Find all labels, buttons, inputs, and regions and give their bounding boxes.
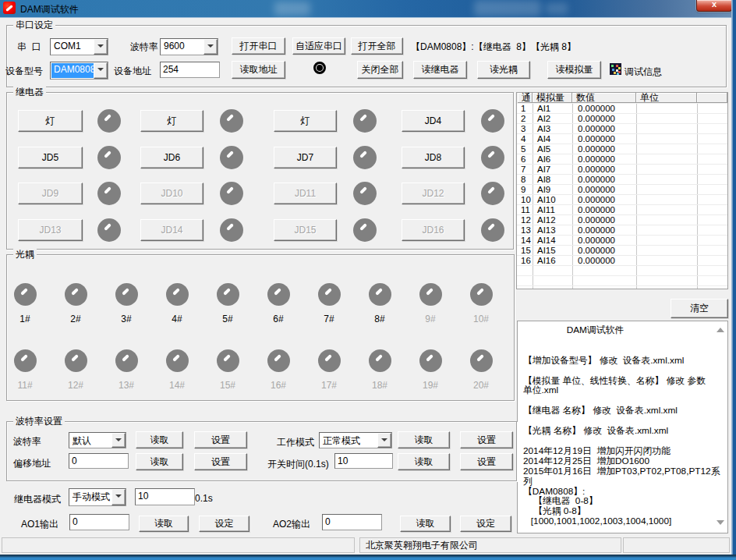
table-row[interactable]: 3 AI3 0.000000 (517, 124, 727, 134)
open-serial-button[interactable]: 打开串口 (232, 37, 285, 55)
table-row[interactable]: 6 AI6 0.000000 (517, 154, 727, 165)
table-row[interactable]: 14 AI14 0.000000 (517, 236, 727, 246)
switch-set-button[interactable]: 设置 (460, 453, 513, 470)
table-row[interactable]: 10 AI10 0.000000 (517, 195, 727, 205)
offset-label: 偏移地址 (13, 457, 51, 470)
workmode-select[interactable]: 正常模式 (319, 432, 392, 448)
col-header-value[interactable]: 数值 (572, 93, 636, 103)
relay-cell: 灯 (274, 109, 383, 133)
table-row[interactable]: 9 AI9 0.000000 (517, 185, 727, 195)
ao2-read-button[interactable]: 读取 (400, 516, 451, 532)
dropdown-arrow-icon[interactable] (111, 489, 126, 505)
relay-button[interactable]: JD15 (274, 219, 337, 241)
dropdown-arrow-icon[interactable] (94, 39, 108, 55)
relay-button[interactable]: JD6 (140, 147, 203, 168)
opto-status-ball (369, 349, 391, 372)
relay-button[interactable]: JD5 (18, 147, 83, 168)
relay-mode-select[interactable]: 手动模式 (69, 488, 126, 506)
com-port-select[interactable]: COM1 (50, 38, 108, 55)
relay-status-ball (353, 218, 377, 242)
dropdown-arrow-icon[interactable] (111, 433, 126, 448)
baudrate-select[interactable]: 默认 (69, 432, 126, 448)
baud-set-button[interactable]: 设置 (194, 431, 247, 448)
table-row[interactable]: 13 AI13 0.000000 (517, 225, 727, 236)
relay-button[interactable]: 灯 (18, 110, 83, 132)
opto-cell: 2# (60, 283, 91, 324)
opto-cell: 5# (212, 283, 243, 324)
table-row[interactable]: 7 AI7 0.000000 (517, 165, 727, 175)
col-header-channel[interactable]: 通 (518, 93, 533, 103)
table-row[interactable] (517, 276, 727, 286)
scroll-up-icon[interactable] (717, 328, 724, 332)
close-button[interactable]: x (696, 0, 732, 12)
relay-button[interactable]: 灯 (140, 110, 203, 132)
relay-button[interactable]: JD16 (402, 219, 465, 241)
relay-button[interactable]: JD13 (18, 219, 83, 241)
table-row[interactable]: 5 AI5 0.000000 (517, 144, 727, 154)
table-row[interactable]: 2 AI2 0.000000 (517, 114, 727, 124)
ao1-read-button[interactable]: 读取 (139, 516, 189, 532)
scroll-down-icon[interactable] (717, 520, 724, 525)
clear-log-button[interactable]: 清空 (671, 299, 728, 318)
table-row[interactable]: 11 AI11 0.000000 (517, 205, 727, 215)
relay-button[interactable]: JD4 (402, 110, 465, 132)
relay-button[interactable]: JD14 (140, 219, 203, 241)
device-model-select[interactable]: DAM0808 (50, 62, 108, 80)
col-header-unit[interactable]: 单位 (636, 93, 697, 103)
relay-button[interactable]: JD10 (140, 183, 203, 204)
col-header-name[interactable]: 模拟量 (533, 93, 572, 103)
opto-label: 11# (9, 380, 41, 391)
baud-select[interactable]: 9600 (160, 38, 218, 55)
col-header-extra[interactable] (697, 93, 727, 103)
workmode-read-button[interactable]: 读取 (398, 431, 450, 448)
window-title: DAM调试软件 (20, 3, 79, 16)
ao1-set-button[interactable]: 设定 (199, 516, 249, 532)
opto-label: 18# (364, 380, 395, 391)
dropdown-arrow-icon[interactable] (377, 433, 391, 448)
table-row[interactable] (517, 266, 727, 276)
offset-read-button[interactable]: 读取 (136, 453, 183, 470)
adaptive-serial-button[interactable]: 自适应串口 (292, 37, 345, 55)
relay-button[interactable]: 灯 (274, 110, 337, 132)
device-addr-input[interactable]: 254 (160, 62, 220, 78)
relay-button[interactable]: JD8 (402, 147, 465, 168)
relay-cell: JD11 (274, 182, 383, 205)
debug-info-icon (610, 63, 621, 75)
table-row[interactable]: 16 AI16 0.000000 (517, 256, 727, 266)
relay-time-input[interactable]: 10 (135, 488, 195, 505)
baud-read-button[interactable]: 读取 (136, 431, 183, 448)
workmode-set-button[interactable]: 设置 (460, 431, 513, 448)
dropdown-arrow-icon[interactable] (94, 62, 108, 79)
read-analog-button[interactable]: 读模拟量 (547, 61, 601, 79)
opto-label: 7# (313, 314, 345, 324)
relay-button[interactable]: JD12 (402, 183, 465, 204)
offset-input[interactable]: 0 (69, 453, 129, 469)
relay-button[interactable]: JD7 (274, 147, 337, 168)
offset-set-button[interactable]: 设置 (194, 453, 247, 470)
relay-mode-label: 继电器模式 (14, 493, 61, 506)
table-row[interactable]: 12 AI12 0.000000 (517, 215, 727, 225)
table-row[interactable]: 8 AI8 0.000000 (517, 175, 727, 185)
relay-button[interactable]: JD11 (274, 183, 337, 204)
ao2-set-button[interactable]: 设定 (460, 516, 511, 532)
close-all-button[interactable]: 关闭全部 (357, 61, 403, 79)
open-all-button[interactable]: 打开全部 (351, 37, 403, 55)
switch-time-input[interactable]: 10 (334, 453, 393, 469)
app-icon (3, 2, 16, 14)
dropdown-arrow-icon[interactable] (203, 39, 218, 55)
read-opto-button[interactable]: 读光耦 (477, 61, 530, 79)
opto-label: 2# (60, 314, 91, 324)
read-relay-button[interactable]: 读继电器 (413, 61, 467, 79)
relay-cell: JD15 (274, 218, 383, 242)
relay-cell: JD14 (140, 218, 249, 242)
status-bar: 北京聚英翱翔电子有限公司 (0, 537, 731, 555)
ao1-input[interactable]: 0 (69, 514, 129, 530)
table-row[interactable]: 15 AI15 0.000000 (517, 246, 727, 256)
table-row[interactable]: 4 AI4 0.000000 (517, 134, 727, 144)
ao2-input[interactable]: 0 (322, 514, 382, 530)
opto-cell: 9# (415, 283, 446, 324)
switch-read-button[interactable]: 读取 (398, 453, 450, 470)
relay-button[interactable]: JD9 (18, 183, 83, 204)
table-row[interactable]: 1 AI1 0.000000 (517, 104, 727, 114)
read-addr-button[interactable]: 读取地址 (232, 61, 285, 79)
